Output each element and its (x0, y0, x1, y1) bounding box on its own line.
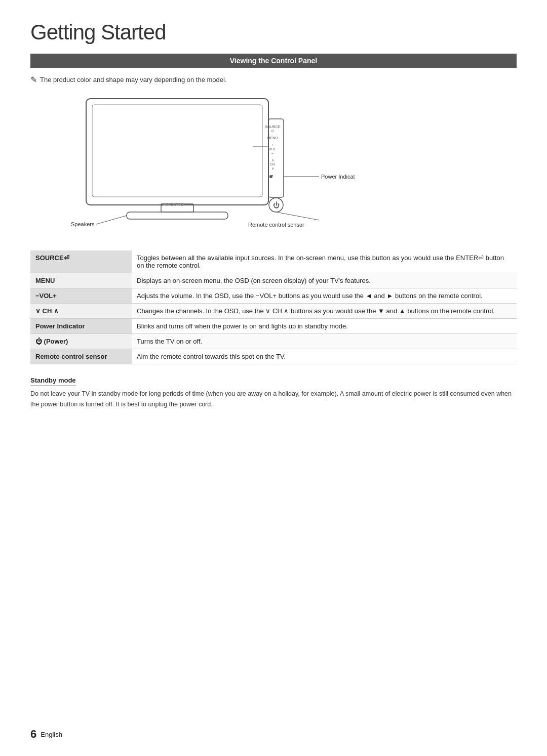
svg-text:Speakers: Speakers (71, 221, 95, 227)
svg-text:⏻: ⏻ (273, 201, 280, 209)
svg-rect-4 (127, 212, 228, 219)
feature-description: Displays an on-screen menu, the OSD (on … (132, 273, 517, 288)
svg-text:–: – (271, 151, 274, 155)
feature-name: Remote control sensor (30, 349, 132, 364)
svg-text:∨: ∨ (271, 166, 274, 170)
section-header: Viewing the Control Panel (30, 54, 517, 68)
svg-rect-0 (86, 99, 268, 205)
page-title: Getting Started (30, 20, 517, 45)
note-text: The product color and shape may vary dep… (40, 76, 227, 83)
feature-name: Power Indicator (30, 319, 132, 334)
feature-description: Adjusts the volume. In the OSD, use the … (132, 288, 517, 304)
standby-section: Standby mode Do not leave your TV in sta… (30, 376, 517, 410)
svg-line-22 (276, 212, 319, 220)
table-row: ⏻ (Power)Turns the TV on or off. (30, 334, 517, 349)
feature-description: Changes the channels. In the OSD, use th… (132, 304, 517, 319)
svg-rect-1 (92, 105, 262, 197)
table-row: MENUDisplays an on-screen menu, the OSD … (30, 273, 517, 288)
page-number: 6 (30, 728, 36, 741)
svg-text:Remote control sensor: Remote control sensor (248, 222, 304, 228)
feature-description: Aim the remote control towards this spot… (132, 349, 517, 364)
svg-text:Power Indicator: Power Indicator (321, 174, 355, 180)
table-row: SOURCE⏎Toggles between all the available… (30, 250, 517, 273)
table-row: −VOL+Adjusts the volume. In the OSD, use… (30, 288, 517, 304)
feature-description: Blinks and turns off when the power is o… (132, 319, 517, 334)
table-row: Remote control sensorAim the remote cont… (30, 349, 517, 364)
feature-table: SOURCE⏎Toggles between all the available… (30, 250, 517, 364)
feature-name: SOURCE⏎ (30, 250, 132, 273)
svg-text:SOURCE: SOURCE (265, 125, 280, 129)
svg-point-19 (269, 175, 272, 178)
standby-title: Standby mode (30, 376, 76, 386)
note-line: ✎ The product color and shape may vary d… (30, 75, 517, 85)
svg-line-24 (96, 216, 127, 224)
feature-name: −VOL+ (30, 288, 132, 304)
svg-text:SAMSUNG: SAMSUNG (161, 202, 184, 207)
page-footer: 6 English (30, 728, 62, 741)
tv-diagram: SAMSUNG ⏻ SOURCE ⏎ MENU + VOL – ∧ CH ∨ • (71, 94, 355, 232)
feature-description: Turns the TV on or off. (132, 334, 517, 349)
feature-name: MENU (30, 273, 132, 288)
page-lang: English (41, 731, 62, 738)
svg-text:MENU: MENU (267, 136, 278, 140)
table-row: ∨ CH ∧Changes the channels. In the OSD, … (30, 304, 517, 319)
svg-text:VOL: VOL (269, 147, 276, 151)
svg-text:∧: ∧ (271, 158, 274, 162)
table-row: Power IndicatorBlinks and turns off when… (30, 319, 517, 334)
svg-text:+: + (271, 143, 274, 147)
feature-name: ∨ CH ∧ (30, 304, 132, 319)
note-icon: ✎ (30, 75, 37, 85)
feature-description: Toggles between all the available input … (132, 250, 517, 273)
diagram-area: SAMSUNG ⏻ SOURCE ⏎ MENU + VOL – ∧ CH ∨ • (30, 94, 517, 235)
svg-text:CH: CH (270, 162, 275, 166)
feature-name: ⏻ (Power) (30, 334, 132, 349)
standby-text: Do not leave your TV in standby mode for… (30, 389, 517, 410)
svg-text:⏎: ⏎ (271, 129, 274, 133)
